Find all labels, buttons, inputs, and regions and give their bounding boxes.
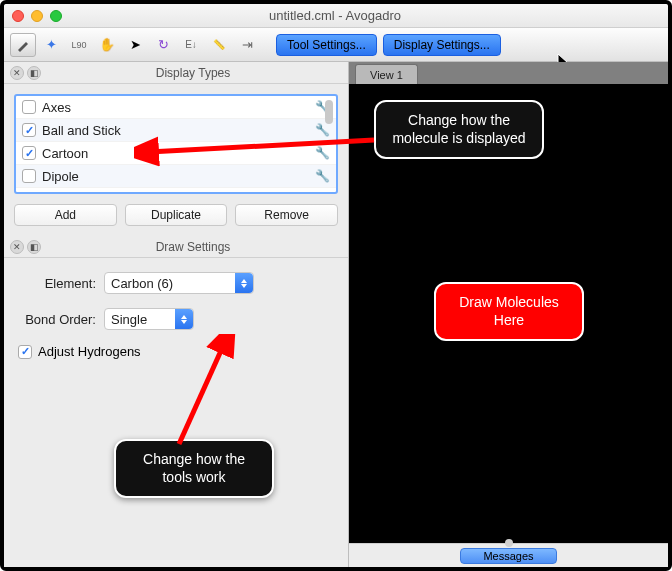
display-types-header: ✕ ◧ Display Types (4, 62, 348, 84)
callout-draw: Draw Molecules Here (434, 282, 584, 341)
bond-order-select[interactable]: Single (104, 308, 194, 330)
list-item[interactable]: Cartoon 🔧 (16, 142, 336, 165)
adjust-hydrogens-checkbox[interactable] (18, 345, 32, 359)
drag-handle-icon[interactable] (505, 539, 513, 547)
tab-view1[interactable]: View 1 (355, 64, 418, 84)
settings-icon[interactable]: 🔧 (315, 146, 330, 160)
checkbox[interactable] (22, 100, 36, 114)
measure-tool-icon[interactable]: 📏 (206, 33, 232, 57)
display-types-list[interactable]: Axes 🔧 Ball and Stick 🔧 Cartoon 🔧 (14, 94, 338, 194)
display-settings-button[interactable]: Display Settings... (383, 34, 501, 56)
list-item-label: Dipole (42, 169, 309, 184)
detach-panel-icon[interactable]: ◧ (27, 240, 41, 254)
hand-tool-icon[interactable]: ✋ (94, 33, 120, 57)
settings-icon[interactable]: 🔧 (315, 123, 330, 137)
close-panel-icon[interactable]: ✕ (10, 240, 24, 254)
checkbox[interactable] (22, 146, 36, 160)
callout-display: Change how the molecule is displayed (374, 100, 544, 159)
display-types-title: Display Types (44, 66, 342, 80)
element-label: Element: (18, 276, 96, 291)
list-item-label: Axes (42, 100, 309, 115)
checkbox[interactable] (22, 169, 36, 183)
messages-button[interactable]: Messages (460, 548, 556, 564)
add-button[interactable]: Add (14, 204, 117, 226)
angle-tool-icon[interactable]: L90 (66, 33, 92, 57)
draw-settings-title: Draw Settings (44, 240, 342, 254)
remove-button[interactable]: Remove (235, 204, 338, 226)
select-tool-icon[interactable]: ➤ (122, 33, 148, 57)
messages-bar: Messages (349, 543, 668, 567)
view-tabbar: View 1 (349, 62, 668, 84)
stepper-arrows-icon[interactable] (235, 273, 253, 293)
close-panel-icon[interactable]: ✕ (10, 66, 24, 80)
window-title: untitled.cml - Avogadro (2, 8, 668, 23)
navigate-tool-icon[interactable]: ✦ (38, 33, 64, 57)
tool-settings-button[interactable]: Tool Settings... (276, 34, 377, 56)
optimize-tool-icon[interactable]: E↓ (178, 33, 204, 57)
draw-tool-icon[interactable] (10, 33, 36, 57)
duplicate-button[interactable]: Duplicate (125, 204, 228, 226)
draw-settings-header: ✕ ◧ Draw Settings (4, 236, 348, 258)
detach-panel-icon[interactable]: ◧ (27, 66, 41, 80)
bond-order-label: Bond Order: (18, 312, 96, 327)
list-item[interactable]: Ball and Stick 🔧 (16, 119, 336, 142)
toolbar: ✦ L90 ✋ ➤ ↻ E↓ 📏 ⇥ Tool Settings... Disp… (4, 28, 668, 62)
align-tool-icon[interactable]: ⇥ (234, 33, 260, 57)
stepper-arrows-icon[interactable] (175, 309, 193, 329)
rotate-tool-icon[interactable]: ↻ (150, 33, 176, 57)
scrollbar-thumb[interactable] (325, 100, 333, 124)
list-item[interactable]: Dipole 🔧 (16, 165, 336, 188)
adjust-hydrogens-label: Adjust Hydrogens (38, 344, 141, 359)
list-item[interactable]: Axes 🔧 (16, 96, 336, 119)
list-item-label: Ball and Stick (42, 123, 309, 138)
callout-tools: Change how the tools work (114, 439, 274, 498)
bond-order-value: Single (111, 312, 147, 327)
list-item-label: Cartoon (42, 146, 309, 161)
element-select[interactable]: Carbon (6) (104, 272, 254, 294)
titlebar: untitled.cml - Avogadro (4, 4, 668, 28)
checkbox[interactable] (22, 123, 36, 137)
element-value: Carbon (6) (111, 276, 173, 291)
settings-icon[interactable]: 🔧 (315, 169, 330, 183)
